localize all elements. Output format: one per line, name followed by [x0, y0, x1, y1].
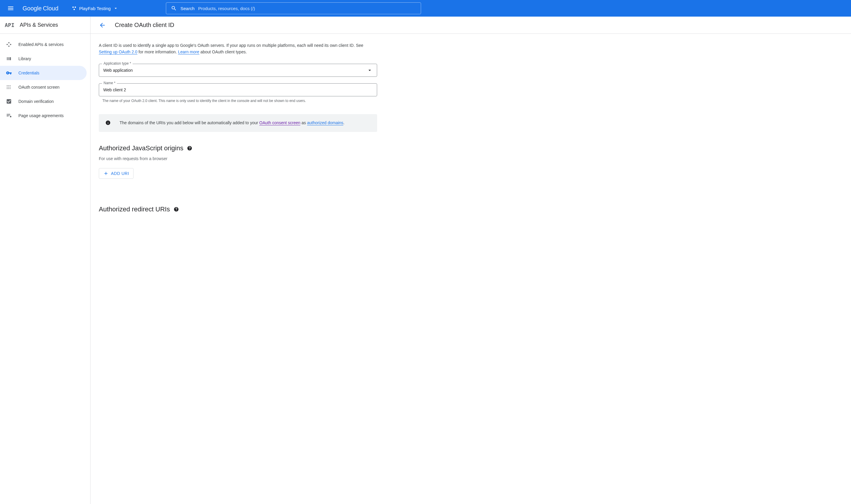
name-field: Name * The name of your OAuth 2.0 client…	[99, 83, 377, 104]
search-icon	[171, 5, 177, 11]
api-logo: API	[5, 22, 15, 28]
sidebar-item-label: Library	[18, 56, 31, 61]
nav: Enabled APIs & services Library Credenti…	[0, 34, 90, 126]
info-box: The domains of the URIs you add below wi…	[99, 114, 377, 132]
menu-button[interactable]	[3, 1, 18, 15]
description: A client ID is used to identify a single…	[99, 42, 377, 55]
logo-google: Google	[22, 5, 42, 12]
redirect-uris-title: Authorized redirect URIs	[99, 205, 377, 213]
search-container: Search Products, resources, docs (/)	[166, 2, 421, 14]
sidebar-item-label: OAuth consent screen	[18, 85, 59, 90]
plus-icon	[103, 171, 109, 176]
svg-point-1	[74, 6, 76, 8]
add-uri-button[interactable]: ADD URI	[99, 168, 134, 179]
project-icon	[71, 6, 77, 11]
sidebar-item-label: Enabled APIs & services	[18, 42, 64, 47]
sidebar-item-label: Domain verification	[18, 99, 54, 104]
search-box[interactable]: Search Products, resources, docs (/)	[166, 2, 421, 14]
search-placeholder: Products, resources, docs (/)	[198, 6, 255, 11]
main: Create OAuth client ID A client ID is us…	[90, 17, 851, 504]
name-helper: The name of your OAuth 2.0 client. This …	[99, 96, 377, 104]
library-icon	[6, 56, 12, 62]
sidebar-item-oauth-consent[interactable]: OAuth consent screen	[0, 80, 87, 94]
sidebar-title: APIs & Services	[20, 22, 58, 28]
project-selector[interactable]: PlayFab Testing	[68, 6, 122, 11]
hamburger-icon	[7, 5, 14, 12]
top-header: Google Cloud PlayFab Testing Search Prod…	[0, 0, 851, 17]
app-type-select[interactable]: Application type * Web application	[99, 64, 377, 77]
sidebar: API APIs & Services Enabled APIs & servi…	[0, 17, 90, 504]
sidebar-item-label: Credentials	[18, 71, 39, 75]
logo-cloud: Cloud	[43, 5, 58, 12]
setup-oauth-link[interactable]: Setting up OAuth 2.0	[99, 50, 137, 55]
help-icon[interactable]	[174, 206, 179, 212]
back-button[interactable]	[99, 22, 106, 29]
check-box-icon	[6, 98, 12, 104]
app-type-value: Web application	[103, 68, 367, 73]
app-type-label: Application type *	[102, 61, 133, 66]
svg-point-2	[74, 9, 75, 11]
oauth-consent-link[interactable]: OAuth consent screen	[259, 120, 300, 125]
diamond-icon	[6, 41, 12, 48]
page-title: Create OAuth client ID	[115, 22, 174, 29]
sidebar-item-enabled-apis[interactable]: Enabled APIs & services	[0, 37, 87, 52]
app-type-field: Application type * Web application	[99, 64, 377, 77]
name-input-wrap: Name *	[99, 83, 377, 96]
svg-point-0	[72, 6, 74, 8]
info-icon	[105, 120, 111, 125]
chevron-down-icon	[113, 6, 118, 11]
project-name: PlayFab Testing	[79, 6, 111, 11]
sidebar-item-domain-verification[interactable]: Domain verification	[0, 94, 87, 108]
sidebar-item-library[interactable]: Library	[0, 52, 87, 66]
authorized-domains-link[interactable]: authorized domains	[307, 120, 343, 125]
info-text: The domains of the URIs you add below wi…	[120, 120, 345, 127]
help-icon[interactable]	[187, 146, 192, 151]
sidebar-item-page-usage[interactable]: Page usage agreements	[0, 108, 87, 123]
learn-more-link[interactable]: Learn more	[178, 50, 199, 55]
logo[interactable]: Google Cloud	[20, 5, 61, 12]
js-origins-title: Authorized JavaScript origins	[99, 144, 377, 152]
sidebar-item-label: Page usage agreements	[18, 113, 64, 118]
sidebar-header: API APIs & Services	[0, 17, 90, 34]
content: A client ID is used to identify a single…	[90, 34, 384, 226]
name-input[interactable]	[103, 88, 373, 92]
main-header: Create OAuth client ID	[90, 17, 851, 34]
sidebar-item-credentials[interactable]: Credentials	[0, 66, 87, 80]
js-origins-desc: For use with requests from a browser	[99, 156, 377, 161]
consent-icon	[6, 84, 12, 90]
search-label: Search	[180, 6, 195, 11]
key-icon	[6, 70, 12, 76]
list-gear-icon	[6, 113, 12, 119]
name-label: Name *	[102, 81, 117, 85]
chevron-down-icon	[367, 67, 373, 73]
